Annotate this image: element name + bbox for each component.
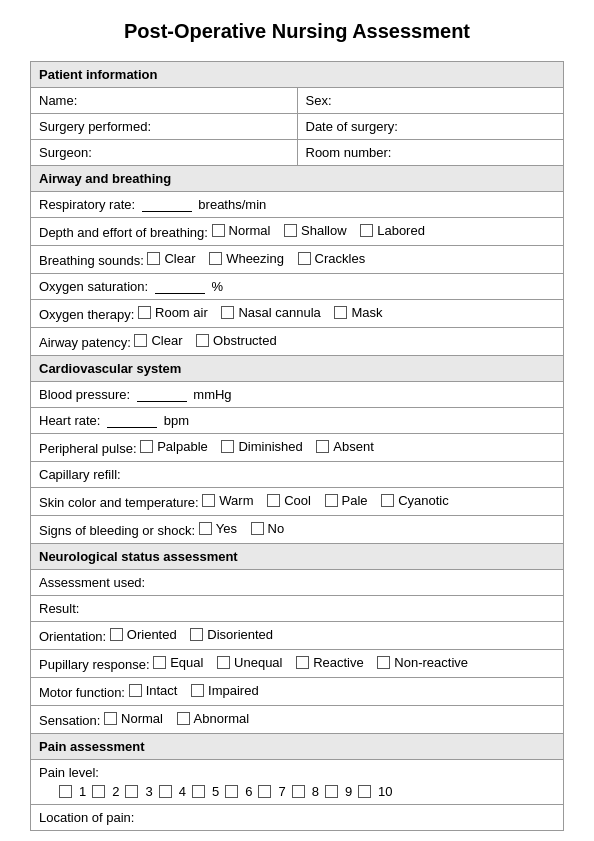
pupil-reactive-checkbox[interactable] bbox=[296, 656, 309, 669]
depth-shallow[interactable]: Shallow bbox=[284, 223, 347, 238]
skin-cyanotic[interactable]: Cyanotic bbox=[381, 493, 449, 508]
pulse-absent-checkbox[interactable] bbox=[316, 440, 329, 453]
pupil-non-reactive[interactable]: Non-reactive bbox=[377, 655, 468, 670]
o2-sat-unit-label: % bbox=[211, 279, 223, 294]
o2-nasal-cannula[interactable]: Nasal cannula bbox=[221, 305, 320, 320]
skin-cool[interactable]: Cool bbox=[267, 493, 311, 508]
motor-impaired-checkbox[interactable] bbox=[191, 684, 204, 697]
bleeding-yes[interactable]: Yes bbox=[199, 521, 237, 536]
skin-pale[interactable]: Pale bbox=[325, 493, 368, 508]
sounds-clear[interactable]: Clear bbox=[147, 251, 195, 266]
patency-clear-checkbox[interactable] bbox=[134, 334, 147, 347]
o2-sat-input[interactable] bbox=[155, 293, 205, 294]
pupil-reactive[interactable]: Reactive bbox=[296, 655, 364, 670]
bleeding-yes-checkbox[interactable] bbox=[199, 522, 212, 535]
skin-warm-checkbox[interactable] bbox=[202, 494, 215, 507]
assessment-used-field: Assessment used: bbox=[31, 570, 564, 596]
o2-room-air-checkbox[interactable] bbox=[138, 306, 151, 319]
skin-pale-checkbox[interactable] bbox=[325, 494, 338, 507]
resp-rate-label: Respiratory rate: bbox=[39, 197, 135, 212]
pain-1[interactable]: 1 bbox=[59, 784, 86, 799]
pain-9-checkbox[interactable] bbox=[325, 785, 338, 798]
sounds-wheezing[interactable]: Wheezing bbox=[209, 251, 284, 266]
hr-input[interactable] bbox=[107, 427, 157, 428]
pain-8-checkbox[interactable] bbox=[292, 785, 305, 798]
pupil-unequal-checkbox[interactable] bbox=[217, 656, 230, 669]
skin-cool-label: Cool bbox=[284, 493, 311, 508]
pulse-diminished-checkbox[interactable] bbox=[221, 440, 234, 453]
pain-8[interactable]: 8 bbox=[292, 784, 319, 799]
pain-4[interactable]: 4 bbox=[159, 784, 186, 799]
o2-mask-checkbox[interactable] bbox=[334, 306, 347, 319]
bp-input[interactable] bbox=[137, 401, 187, 402]
pulse-absent[interactable]: Absent bbox=[316, 439, 373, 454]
pain-4-label: 4 bbox=[179, 784, 186, 799]
bleeding-no[interactable]: No bbox=[251, 521, 285, 536]
pulse-palpable[interactable]: Palpable bbox=[140, 439, 208, 454]
pupil-non-reactive-checkbox[interactable] bbox=[377, 656, 390, 669]
pain-4-checkbox[interactable] bbox=[159, 785, 172, 798]
pain-3-checkbox[interactable] bbox=[125, 785, 138, 798]
pain-6[interactable]: 6 bbox=[225, 784, 252, 799]
o2-room-air[interactable]: Room air bbox=[138, 305, 208, 320]
depth-labored[interactable]: Labored bbox=[360, 223, 425, 238]
o2-mask[interactable]: Mask bbox=[334, 305, 382, 320]
assessment-used-row: Assessment used: bbox=[31, 570, 564, 596]
pain-10-checkbox[interactable] bbox=[358, 785, 371, 798]
sensation-normal-checkbox[interactable] bbox=[104, 712, 117, 725]
sensation-abnormal[interactable]: Abnormal bbox=[177, 711, 250, 726]
depth-normal-checkbox[interactable] bbox=[212, 224, 225, 237]
skin-warm[interactable]: Warm bbox=[202, 493, 253, 508]
resp-rate-input[interactable] bbox=[142, 211, 192, 212]
sensation-row: Sensation: Normal Abnormal bbox=[31, 706, 564, 734]
skin-cyanotic-checkbox[interactable] bbox=[381, 494, 394, 507]
pain-2[interactable]: 2 bbox=[92, 784, 119, 799]
pain-1-checkbox[interactable] bbox=[59, 785, 72, 798]
patency-obstructed-label: Obstructed bbox=[213, 333, 277, 348]
bleeding-no-checkbox[interactable] bbox=[251, 522, 264, 535]
depth-labored-checkbox[interactable] bbox=[360, 224, 373, 237]
pain-7-checkbox[interactable] bbox=[258, 785, 271, 798]
assessment-used-label: Assessment used: bbox=[39, 575, 145, 590]
orientation-disoriented-checkbox[interactable] bbox=[190, 628, 203, 641]
depth-shallow-checkbox[interactable] bbox=[284, 224, 297, 237]
sounds-crackles[interactable]: Crackles bbox=[298, 251, 366, 266]
pupil-equal-checkbox[interactable] bbox=[153, 656, 166, 669]
depth-normal[interactable]: Normal bbox=[212, 223, 271, 238]
sounds-clear-checkbox[interactable] bbox=[147, 252, 160, 265]
sensation-normal[interactable]: Normal bbox=[104, 711, 163, 726]
pain-6-checkbox[interactable] bbox=[225, 785, 238, 798]
pain-10[interactable]: 10 bbox=[358, 784, 392, 799]
pulse-palpable-checkbox[interactable] bbox=[140, 440, 153, 453]
depth-row: Depth and effort of breathing: Normal Sh… bbox=[31, 218, 564, 246]
orientation-oriented-checkbox[interactable] bbox=[110, 628, 123, 641]
pain-3[interactable]: 3 bbox=[125, 784, 152, 799]
airway-header-row: Airway and breathing bbox=[31, 166, 564, 192]
pupil-unequal[interactable]: Unequal bbox=[217, 655, 282, 670]
o2-nasal-cannula-checkbox[interactable] bbox=[221, 306, 234, 319]
patency-obstructed[interactable]: Obstructed bbox=[196, 333, 277, 348]
orientation-row: Orientation: Oriented Disoriented bbox=[31, 622, 564, 650]
pain-7[interactable]: 7 bbox=[258, 784, 285, 799]
motor-intact[interactable]: Intact bbox=[129, 683, 178, 698]
sounds-wheezing-checkbox[interactable] bbox=[209, 252, 222, 265]
surgeon-field: Surgeon: bbox=[31, 140, 298, 166]
motor-impaired[interactable]: Impaired bbox=[191, 683, 259, 698]
pulse-diminished[interactable]: Diminished bbox=[221, 439, 302, 454]
sensation-abnormal-checkbox[interactable] bbox=[177, 712, 190, 725]
patency-clear[interactable]: Clear bbox=[134, 333, 182, 348]
motor-intact-checkbox[interactable] bbox=[129, 684, 142, 697]
orientation-disoriented[interactable]: Disoriented bbox=[190, 627, 273, 642]
o2-sat-field: Oxygen saturation: % bbox=[31, 274, 564, 300]
skin-cool-checkbox[interactable] bbox=[267, 494, 280, 507]
pain-5[interactable]: 5 bbox=[192, 784, 219, 799]
pulse-row: Peripheral pulse: Palpable Diminished Ab… bbox=[31, 434, 564, 462]
orientation-oriented[interactable]: Oriented bbox=[110, 627, 177, 642]
pain-2-checkbox[interactable] bbox=[92, 785, 105, 798]
name-sex-row: Name: Sex: bbox=[31, 88, 564, 114]
pain-9[interactable]: 9 bbox=[325, 784, 352, 799]
pupil-equal[interactable]: Equal bbox=[153, 655, 203, 670]
sounds-crackles-checkbox[interactable] bbox=[298, 252, 311, 265]
patency-obstructed-checkbox[interactable] bbox=[196, 334, 209, 347]
pain-5-checkbox[interactable] bbox=[192, 785, 205, 798]
